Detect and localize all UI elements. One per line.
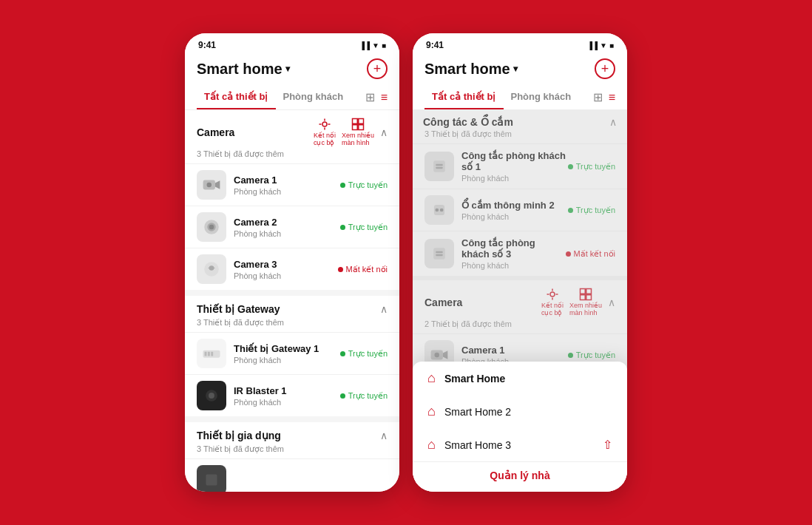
- ocam2-info-right: Ổ cắm thông minh 2 Phòng khách: [461, 200, 568, 221]
- wifi-icon: ▼: [372, 41, 379, 50]
- congtac3-status-text-right: Mất kết nối: [574, 249, 615, 259]
- irblaster-info-left: IR Blaster 1 Phòng khách: [234, 385, 340, 407]
- content-left: Camera Kết nốicục bộ Xem nhiềumàn hình ∧: [185, 110, 399, 492]
- camera3-status-left: Mất kết nối: [338, 265, 388, 274]
- app-title-right[interactable]: Smart home ▾: [424, 61, 518, 78]
- device-gateway1-left[interactable]: Thiết bị Gateway 1 Phòng khách Trực tuyế…: [185, 332, 399, 374]
- camera3-info-left: Camera 3 Phòng khách: [234, 259, 338, 280]
- menu-icon-left[interactable]: ≡: [381, 91, 388, 104]
- right-phone: 9:41 ▐▐ ▼ ■ Smart home ▾ + Tất cả thiết …: [413, 33, 627, 492]
- camera1-status-text-right: Trực tuyến: [576, 350, 615, 360]
- svg-point-25: [440, 209, 444, 212]
- multiscreen-btn-right[interactable]: Xem nhiềumàn hình: [569, 288, 602, 316]
- svg-rect-31: [586, 289, 592, 294]
- device-camera3-left[interactable]: Camera 3 Phòng khách Mất kết nối: [185, 248, 399, 290]
- dropdown-label-3: Smart Home 3: [444, 439, 511, 451]
- camera1-name-left: Camera 1: [234, 175, 340, 186]
- dropdown-item-smarthome3[interactable]: ⌂ Smart Home 3 ⇧: [413, 428, 627, 461]
- camera3-name-left: Camera 3: [234, 259, 338, 270]
- phones-container: 9:41 ▐▐ ▼ ■ Smart home ▾ + Tất cả thiết …: [185, 33, 627, 492]
- section-appliances-left: Thiết bị gia dụng ∧ 3 Thiết bị đã được t…: [185, 422, 399, 492]
- congtac-title-right: Công tác & Ổ cắm: [423, 116, 513, 128]
- camera3-location-left: Phòng khách: [234, 271, 338, 280]
- camera2-info-left: Camera 2 Phòng khách: [234, 217, 340, 238]
- appliances-collapse-left[interactable]: ∧: [380, 430, 388, 441]
- camera-header-right: Camera Kết nốicục bộ Xem nhiềumàn hình ∧: [413, 280, 627, 319]
- multiscreen-btn-left[interactable]: Xem nhiềumàn hình: [342, 118, 374, 146]
- device-irblaster-left[interactable]: IR Blaster 1 Phòng khách Trực tuyến: [185, 374, 399, 416]
- section-camera-header-left: Camera Kết nốicục bộ Xem nhiềumàn hình ∧: [185, 110, 399, 149]
- camera-collapse-left[interactable]: ∧: [380, 126, 388, 138]
- manage-home-btn[interactable]: Quản lý nhà: [413, 461, 627, 489]
- congtac-collapse-right[interactable]: ∧: [609, 116, 617, 128]
- svg-point-24: [436, 209, 439, 212]
- ocam2-img-right: [424, 195, 454, 225]
- dropdown-label-1: Smart Home: [444, 373, 505, 385]
- congtac1-dot-right: [568, 164, 573, 169]
- tab-extras-left: ⊞ ≡: [365, 90, 388, 104]
- device-congtac1-right[interactable]: Công tắc phòng khách số 1 Phòng khách Tr…: [413, 143, 627, 189]
- svg-rect-26: [433, 248, 445, 260]
- device-camera1-left[interactable]: Camera 1 Phòng khách Trực tuyến: [185, 163, 399, 206]
- connect-local-btn-right[interactable]: Kết nốicục bộ: [541, 288, 564, 316]
- congtac3-dot-right: [566, 251, 571, 257]
- dropdown-item-smarthome1[interactable]: ⌂ Smart Home: [413, 362, 627, 395]
- svg-rect-30: [580, 289, 585, 294]
- camera2-img-left: [197, 212, 226, 242]
- device-ocam2-right[interactable]: Ổ cắm thông minh 2 Phòng khách Trực tuyế…: [413, 189, 627, 231]
- home-icon-2: ⌂: [427, 404, 436, 419]
- battery-icon-right: ■: [609, 41, 614, 50]
- svg-marker-35: [443, 350, 448, 359]
- svg-rect-20: [433, 160, 445, 172]
- app-title-left[interactable]: Smart home ▾: [197, 61, 290, 78]
- tab-all-devices-right[interactable]: Tất cả thiết bị: [424, 85, 504, 109]
- svg-rect-16: [211, 352, 213, 356]
- gateway1-location-left: Phòng khách: [234, 356, 340, 365]
- camera1-img-left: [197, 170, 226, 200]
- device-appliance1-left[interactable]: [185, 458, 399, 492]
- camera-sub-left: 3 Thiết bị đã được thêm: [185, 149, 399, 163]
- dropdown-item-smarthome2[interactable]: ⌂ Smart Home 2: [413, 395, 627, 428]
- congtac-header-right: Công tác & Ổ cắm ∧: [413, 110, 627, 129]
- device-congtac3-right[interactable]: Công tắc phòng khách số 3 Phòng khách Mấ…: [413, 231, 627, 276]
- camera1-info-left: Camera 1 Phòng khách: [234, 175, 340, 196]
- tab-living-room-right[interactable]: Phòng khách: [504, 85, 579, 109]
- congtac1-name-right: Công tắc phòng khách số 1: [461, 150, 568, 172]
- connect-local-btn-left[interactable]: Kết nốicục bộ: [314, 118, 336, 146]
- tabs-left: Tất cả thiết bị Phòng khách ⊞ ≡: [185, 85, 399, 110]
- left-phone: 9:41 ▐▐ ▼ ■ Smart home ▾ + Tất cả thiết …: [185, 33, 399, 492]
- camera1-status-text-left: Trực tuyến: [348, 180, 388, 190]
- device-camera2-left[interactable]: Camera 2 Phòng khách Trực tuyến: [185, 206, 399, 248]
- camera1-location-left: Phòng khách: [234, 187, 340, 196]
- add-button-left[interactable]: +: [367, 58, 388, 79]
- gateway1-info-left: Thiết bị Gateway 1 Phòng khách: [234, 343, 340, 365]
- camera2-status-left: Trực tuyến: [340, 223, 388, 232]
- tab-living-room-left[interactable]: Phòng khách: [276, 85, 351, 109]
- section-camera-left: Camera Kết nốicục bộ Xem nhiềumàn hình ∧: [185, 110, 399, 290]
- svg-rect-32: [580, 295, 585, 300]
- signal-icon: ▐▐: [359, 41, 370, 50]
- svg-marker-6: [215, 180, 220, 189]
- svg-rect-15: [208, 352, 210, 356]
- gateway1-img-left: [197, 339, 226, 368]
- add-button-right[interactable]: +: [595, 58, 615, 79]
- gateway-collapse-left[interactable]: ∧: [380, 303, 388, 315]
- wifi-icon-right: ▼: [600, 41, 607, 50]
- svg-rect-14: [205, 352, 207, 356]
- congtac1-location-right: Phòng khách: [461, 174, 568, 183]
- camera2-name-left: Camera 2: [234, 217, 340, 228]
- svg-point-36: [435, 353, 440, 358]
- share-icon-3[interactable]: ⇧: [603, 438, 612, 452]
- camera-collapse-right[interactable]: ∧: [608, 297, 615, 308]
- battery-icon: ■: [382, 41, 386, 50]
- svg-rect-3: [352, 125, 357, 130]
- irblaster-status-text-left: Trực tuyến: [348, 391, 388, 401]
- gateway-title-left: Thiết bị Gateway: [197, 303, 280, 315]
- tab-all-devices-left[interactable]: Tất cả thiết bị: [197, 85, 276, 109]
- connect-label-right: Kết nốicục bộ: [541, 302, 564, 316]
- camera-actions-left: Kết nốicục bộ Xem nhiềumàn hình ∧: [314, 118, 388, 146]
- grid-icon-left[interactable]: ⊞: [365, 90, 375, 104]
- grid-icon-right[interactable]: ⊞: [593, 90, 603, 104]
- menu-icon-right[interactable]: ≡: [609, 91, 615, 104]
- appliances-sub-left: 3 Thiết bị đã được thêm: [185, 444, 399, 458]
